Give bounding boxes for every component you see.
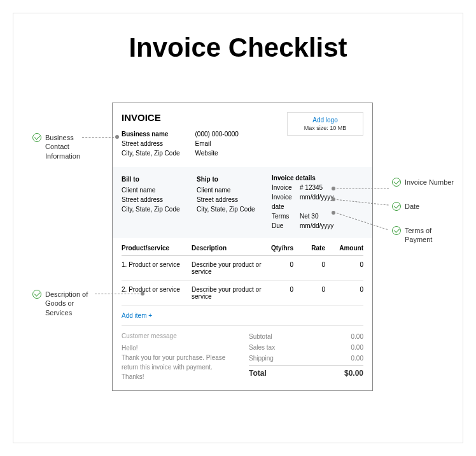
total-val: $0.00 bbox=[344, 367, 363, 380]
shipping-label: Shipping bbox=[249, 353, 274, 364]
check-icon bbox=[392, 178, 401, 187]
bill-to-city: City, State, Zip Code bbox=[122, 204, 185, 214]
table-row: 2. Product or service Describe your prod… bbox=[122, 281, 363, 306]
anno-invoice-number: Invoice Number bbox=[392, 178, 454, 187]
invoice-num-label: Invoice bbox=[272, 183, 297, 192]
dot-icon bbox=[141, 292, 144, 296]
invoice-details-heading: Invoice details bbox=[272, 175, 363, 182]
tax-label: Sales tax bbox=[249, 342, 275, 353]
check-icon bbox=[32, 290, 41, 299]
bill-to-col: Bill to Client name Street address City,… bbox=[122, 175, 185, 231]
item-rate: 0 bbox=[293, 261, 325, 275]
invoice-details-col: Invoice details Invoice# 12345 Invoice d… bbox=[272, 175, 363, 231]
add-logo-link[interactable]: Add logo bbox=[293, 117, 358, 124]
business-website: Website bbox=[195, 148, 239, 158]
business-name: Business name bbox=[122, 129, 180, 139]
ship-to-street: Street address bbox=[197, 195, 260, 204]
business-phone: (000) 000-0000 bbox=[195, 129, 239, 139]
dot-icon bbox=[332, 211, 335, 215]
invoice-footer: Customer message Hello! Thank you for yo… bbox=[122, 325, 363, 381]
business-email: Email bbox=[195, 139, 239, 148]
invoice-num: # 12345 bbox=[300, 183, 323, 192]
ship-to-heading: Ship to bbox=[197, 175, 260, 184]
col-rate: Rate bbox=[293, 245, 325, 252]
logo-upload-box[interactable]: Add logo Max size: 10 MB bbox=[287, 112, 363, 136]
outer-frame: Invoice Checklist INVOICE Business name … bbox=[13, 13, 463, 443]
totals: Subtotal0.00 Sales tax0.00 Shipping0.00 … bbox=[249, 331, 363, 381]
tax-val: 0.00 bbox=[351, 342, 363, 353]
item-name: 1. Product or service bbox=[122, 261, 192, 275]
subtotal-label: Subtotal bbox=[249, 331, 272, 342]
dot-icon bbox=[332, 197, 335, 201]
table-row: 1. Product or service Describe your prod… bbox=[122, 256, 363, 281]
customer-message-title: Customer message bbox=[122, 331, 242, 341]
bill-to-street: Street address bbox=[122, 195, 185, 204]
business-address: Business name Street address City, State… bbox=[122, 129, 180, 158]
logo-max-size: Max size: 10 MB bbox=[293, 125, 358, 131]
due-val: mm/dd/yyyy bbox=[300, 221, 333, 231]
check-icon bbox=[392, 226, 401, 235]
item-amount: 0 bbox=[325, 261, 363, 275]
col-qty: Qty/hrs bbox=[262, 245, 293, 252]
anno-text: Date bbox=[405, 202, 419, 211]
item-qty: 0 bbox=[262, 261, 293, 275]
dot-icon bbox=[115, 135, 119, 139]
col-description: Description bbox=[192, 245, 262, 252]
anno-date: Date bbox=[392, 202, 419, 211]
dash-line bbox=[82, 137, 114, 138]
bill-to-heading: Bill to bbox=[122, 175, 185, 184]
invoice-header-left: INVOICE Business name Street address Cit… bbox=[122, 112, 239, 158]
due-label: Due bbox=[272, 221, 297, 231]
anno-business-contact: Business Contact Information bbox=[32, 133, 80, 160]
invoice-header: INVOICE Business name Street address Cit… bbox=[122, 112, 363, 158]
anno-terms: Terms of Payment bbox=[392, 226, 432, 245]
billing-block: Bill to Client name Street address City,… bbox=[113, 167, 372, 238]
item-name: 2. Product or service bbox=[122, 286, 192, 300]
anno-description: Description of Goods or Services bbox=[32, 290, 88, 317]
ship-to-col: Ship to Client name Street address City,… bbox=[197, 175, 260, 231]
customer-message-body: Hello! Thank you for your purchase. Plea… bbox=[122, 343, 242, 381]
check-icon bbox=[392, 202, 401, 211]
item-qty: 0 bbox=[262, 286, 293, 300]
page-title: Invoice Checklist bbox=[13, 32, 463, 63]
invoice-date: mm/dd/yyyy bbox=[300, 192, 333, 211]
col-amount: Amount bbox=[325, 245, 363, 252]
customer-message: Customer message Hello! Thank you for yo… bbox=[122, 331, 242, 381]
anno-text: Invoice Number bbox=[405, 178, 454, 187]
col-product: Product/service bbox=[122, 245, 192, 252]
business-row: Business name Street address City, State… bbox=[122, 129, 239, 158]
add-item-link[interactable]: Add item + bbox=[122, 306, 363, 325]
item-desc: Describe your product or service bbox=[192, 286, 262, 300]
terms-val: Net 30 bbox=[300, 211, 318, 221]
business-contact-col: (000) 000-0000 Email Website bbox=[195, 129, 239, 158]
ship-to-city: City, State, Zip Code bbox=[197, 204, 260, 214]
invoice-heading: INVOICE bbox=[122, 112, 239, 123]
item-rate: 0 bbox=[293, 286, 325, 300]
shipping-val: 0.00 bbox=[351, 353, 363, 364]
check-icon bbox=[32, 133, 41, 142]
anno-text: Business Contact Information bbox=[45, 133, 80, 160]
anno-text: Terms of Payment bbox=[405, 226, 432, 245]
ship-to-name: Client name bbox=[197, 185, 260, 195]
business-street: Street address bbox=[122, 139, 180, 148]
bill-to-name: Client name bbox=[122, 185, 185, 195]
subtotal-val: 0.00 bbox=[351, 331, 363, 342]
total-label: Total bbox=[249, 367, 267, 380]
invoice-card: INVOICE Business name Street address Cit… bbox=[112, 103, 373, 391]
terms-label: Terms bbox=[272, 211, 297, 221]
invoice-date-label: Invoice date bbox=[272, 192, 297, 211]
dot-icon bbox=[332, 187, 335, 190]
item-desc: Describe your product or service bbox=[192, 261, 262, 275]
table-header: Product/service Description Qty/hrs Rate… bbox=[122, 238, 363, 256]
anno-text: Description of Goods or Services bbox=[45, 290, 88, 317]
dash-line bbox=[337, 189, 389, 189]
business-city: City, State, Zip Code bbox=[122, 148, 180, 158]
dash-line bbox=[95, 294, 139, 294]
item-amount: 0 bbox=[325, 286, 363, 300]
